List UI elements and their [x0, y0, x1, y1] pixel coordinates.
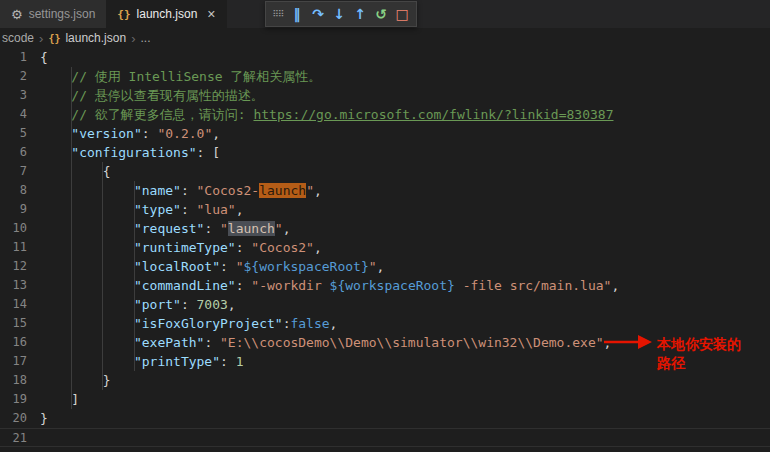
- code-line[interactable]: 10 "request": "launch",: [0, 219, 770, 238]
- code-line[interactable]: 18 }: [0, 371, 770, 390]
- code-content: "request": "launch",: [27, 219, 290, 238]
- code-content: "exePath": "E:\\cocosDemo\\Demo\\simulat…: [27, 333, 611, 352]
- restart-icon[interactable]: ↺: [371, 3, 391, 25]
- line-number[interactable]: 8: [0, 181, 27, 200]
- json-braces-icon: {}: [117, 8, 130, 21]
- code-content: }: [27, 409, 48, 428]
- code-line[interactable]: 1{: [0, 48, 770, 67]
- tab-label: settings.json: [29, 7, 96, 21]
- line-number[interactable]: 1: [0, 48, 27, 67]
- tab-settings-json[interactable]: ⚙ settings.json: [0, 0, 106, 28]
- editor-lines: 1{2 // 使用 IntelliSense 了解相关属性。3 // 悬停以查看…: [0, 48, 770, 447]
- line-number[interactable]: 21: [0, 429, 27, 446]
- line-number[interactable]: 13: [0, 276, 27, 295]
- line-number[interactable]: 15: [0, 314, 27, 333]
- code-content: "configurations": [: [27, 143, 220, 162]
- code-content: "type": "lua",: [27, 200, 244, 219]
- code-line[interactable]: 17 "printType": 1: [0, 352, 770, 371]
- line-number[interactable]: 9: [0, 200, 27, 219]
- code-line[interactable]: 5 "version": "0.2.0",: [0, 124, 770, 143]
- chevron-right-icon: ›: [131, 31, 135, 46]
- drag-handle-icon[interactable]: ⠿⠿: [270, 3, 286, 25]
- code-content: "version": "0.2.0",: [27, 124, 220, 143]
- code-line[interactable]: 6 "configurations": [: [0, 143, 770, 162]
- code-line[interactable]: 20}: [0, 409, 770, 428]
- code-content: [27, 429, 40, 446]
- json-braces-icon: {}: [48, 33, 60, 44]
- chevron-right-icon: ›: [39, 31, 43, 46]
- breadcrumb-symbol-more[interactable]: ...: [140, 31, 150, 45]
- code-line[interactable]: 14 "port": 7003,: [0, 295, 770, 314]
- tab-bar: ⚙ settings.json {} launch.json × ⠿⠿‖↷↓↑↺…: [0, 0, 770, 28]
- annotation-line-1: 本地你安装的: [657, 335, 741, 354]
- line-number[interactable]: 5: [0, 124, 27, 143]
- code-content: // 欲了解更多信息，请访问: https://go.microsoft.com…: [27, 105, 613, 124]
- close-tab-icon[interactable]: ×: [207, 6, 215, 22]
- step-into-icon[interactable]: ↓: [329, 3, 349, 25]
- code-editor[interactable]: 1{2 // 使用 IntelliSense 了解相关属性。3 // 悬停以查看…: [0, 48, 770, 452]
- line-number[interactable]: 3: [0, 86, 27, 105]
- code-line[interactable]: 13 "commandLine": "-workdir ${workspaceR…: [0, 276, 770, 295]
- line-number[interactable]: 14: [0, 295, 27, 314]
- annotation-line-2: 路径: [657, 354, 741, 373]
- code-content: "localRoot": "${workspaceRoot}",: [27, 257, 384, 276]
- line-number[interactable]: 7: [0, 162, 27, 181]
- step-out-icon[interactable]: ↑: [350, 3, 370, 25]
- code-content: // 悬停以查看现有属性的描述。: [27, 86, 264, 105]
- gear-icon: ⚙: [11, 7, 23, 22]
- indent-guide: [71, 67, 72, 409]
- indent-guide: [134, 181, 135, 371]
- line-number[interactable]: 12: [0, 257, 27, 276]
- line-number[interactable]: 20: [0, 409, 27, 428]
- line-number[interactable]: 10: [0, 219, 27, 238]
- annotation-text: 本地你安装的 路径: [657, 335, 741, 373]
- code-line[interactable]: 8 "name": "Cocos2-launch",: [0, 181, 770, 200]
- code-line[interactable]: 19 ]: [0, 390, 770, 409]
- code-content: {: [27, 162, 110, 181]
- breadcrumb-file[interactable]: launch.json: [65, 31, 126, 45]
- step-over-icon[interactable]: ↷: [308, 3, 328, 25]
- line-number[interactable]: 6: [0, 143, 27, 162]
- line-number[interactable]: 18: [0, 371, 27, 390]
- code-line[interactable]: 4 // 欲了解更多信息，请访问: https://go.microsoft.c…: [0, 105, 770, 124]
- debug-toolbar: ⠿⠿‖↷↓↑↺□: [265, 1, 417, 27]
- tab-label: launch.json: [137, 7, 198, 21]
- line-number[interactable]: 2: [0, 67, 27, 86]
- code-line[interactable]: 12 "localRoot": "${workspaceRoot}",: [0, 257, 770, 276]
- code-line[interactable]: 11 "runtimeType": "Cocos2",: [0, 238, 770, 257]
- code-line[interactable]: 7 {: [0, 162, 770, 181]
- line-number[interactable]: 4: [0, 105, 27, 124]
- code-content: }: [27, 371, 110, 390]
- annotation-arrow-icon: [603, 333, 653, 351]
- code-line[interactable]: 9 "type": "lua",: [0, 200, 770, 219]
- line-number[interactable]: 16: [0, 333, 27, 352]
- line-number[interactable]: 17: [0, 352, 27, 371]
- code-line[interactable]: 16 "exePath": "E:\\cocosDemo\\Demo\\simu…: [0, 333, 770, 352]
- code-line[interactable]: 2 // 使用 IntelliSense 了解相关属性。: [0, 67, 770, 86]
- breadcrumb: scode › {} launch.json › ...: [0, 28, 770, 48]
- breadcrumb-folder[interactable]: scode: [2, 31, 34, 45]
- line-number[interactable]: 11: [0, 238, 27, 257]
- line-number[interactable]: 19: [0, 390, 27, 409]
- code-content: "port": 7003,: [27, 295, 236, 314]
- code-content: "printType": 1: [27, 352, 244, 371]
- pause-icon[interactable]: ‖: [287, 3, 307, 25]
- code-content: "commandLine": "-workdir ${workspaceRoot…: [27, 276, 619, 295]
- stop-icon[interactable]: □: [392, 3, 412, 25]
- code-line[interactable]: 21: [0, 428, 770, 447]
- code-content: {: [27, 48, 48, 67]
- code-line[interactable]: 15 "isFoxGloryProject":false,: [0, 314, 770, 333]
- tab-launch-json[interactable]: {} launch.json ×: [106, 0, 226, 28]
- code-line[interactable]: 3 // 悬停以查看现有属性的描述。: [0, 86, 770, 105]
- code-content: "isFoxGloryProject":false,: [27, 314, 337, 333]
- indent-guide: [102, 162, 103, 390]
